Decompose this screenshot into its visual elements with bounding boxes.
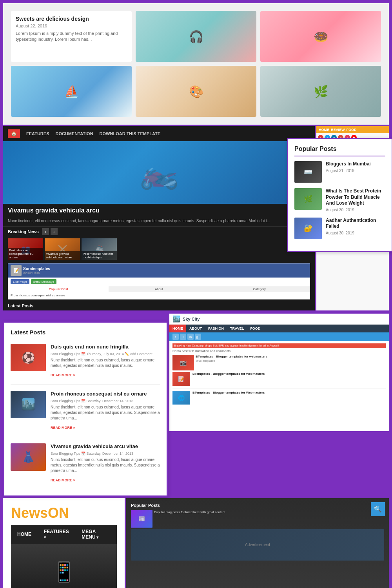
sora-like-button[interactable]: Like Page	[11, 279, 29, 284]
breaking-thumb-1-label: Proin rhoncus consequat nisl eu ornare	[8, 248, 43, 260]
card-sweets-date: August 22, 2016	[16, 24, 127, 28]
sora-tabs: Popular Post About Category	[8, 286, 310, 292]
sora-logo: Soratemplates	[23, 267, 50, 271]
card-gray[interactable]: 🌿	[260, 66, 381, 117]
latest-post-2-meta: Sora Blogging Tips 📅 Saturday, December …	[51, 399, 160, 403]
breaking-news-label: Breaking News	[8, 229, 39, 234]
card-headphones[interactable]: 🎧	[136, 11, 256, 62]
latest-posts-panel: Latest Posts ⚽ Duis quis erat non nunc f…	[3, 321, 168, 497]
newson-nav: HOME FEATURES MEGA MENU	[11, 525, 117, 544]
popular-post-3-thumb: 🔐	[294, 218, 322, 239]
latest-post-1-meta: Sora Blogging Tips 📅 Thursday, July 03, …	[51, 352, 160, 356]
blog-nav-documentation[interactable]: DOCUMENTATION	[55, 131, 93, 136]
breaking-nav: ‹ ›	[42, 228, 58, 235]
breaking-thumb-3-label: Pellentesque habitant morbi tristique	[82, 251, 117, 260]
sky-city-logo-text: Sky City	[183, 317, 200, 321]
newson-popular-label: Popular Posts	[131, 503, 384, 508]
sora-message-button[interactable]: Send Message	[31, 279, 56, 284]
latest-post-1[interactable]: ⚽ Duis quis erat non nunc fringilla Sora…	[11, 344, 160, 385]
breaking-thumb-3[interactable]: 🚢 Pellentesque habitant morbi tristique	[82, 238, 117, 260]
sky-city-nav-about[interactable]: ABOUT	[186, 325, 205, 332]
newson-nav-megamenu[interactable]: MEGA MENU	[75, 525, 117, 544]
popular-post-2-date: August 30, 2019	[326, 208, 385, 212]
latest-post-3-excerpt: Nunc tincidunt, elit non cursus euismod,…	[51, 457, 160, 474]
latest-posts-header: Latest Posts	[11, 329, 160, 338]
latest-post-2-title: Proin rhoncus consequat nisl eu ornare	[51, 391, 160, 397]
sky-city-linkedin-icon[interactable]: in	[187, 334, 194, 340]
card-boats[interactable]: ⛵	[11, 66, 132, 117]
blog-nav-features[interactable]: FEATURES	[26, 131, 49, 136]
newson-hero: 📱 Latest news and updates	[11, 544, 117, 588]
latest-post-1-excerpt: Nunc tincidunt, elit non cursus euismod,…	[51, 358, 160, 368]
blog-hero-excerpt: Nunc tincidunt, elit non cursus euismod,…	[3, 217, 315, 226]
latest-post-1-title: Duis quis erat non nunc fringilla	[51, 344, 160, 350]
sora-tab-about[interactable]: About	[109, 286, 209, 292]
sky-city-nav-travel[interactable]: TRAVEL	[227, 325, 247, 332]
sky-city-header: 🏙️ Sky City	[169, 314, 389, 325]
blog-preview: 🏠 FEATURES DOCUMENTATION DOWNLOAD THIS T…	[3, 126, 315, 310]
popular-post-2-title: What Is The Best Protein Powder To Build…	[326, 188, 385, 207]
latest-post-3-readmore[interactable]: READ MORE »	[51, 478, 75, 482]
card-headphones-image: 🎧	[136, 11, 256, 62]
popular-post-3-title: Aadhar Authentication Failed	[326, 218, 385, 230]
latest-post-3[interactable]: 👗 Vivamus gravida vehicula arcu vitae So…	[11, 443, 160, 489]
popular-post-2[interactable]: 🌿 What Is The Best Protein Powder To Bui…	[294, 188, 385, 212]
popular-post-3[interactable]: 🔐 Aadhar Authentication Failed August 30…	[294, 218, 385, 239]
sora-tab-category[interactable]: Category	[209, 286, 310, 292]
latest-post-1-readmore[interactable]: READ MORE »	[51, 373, 75, 377]
breaking-thumbnails: 👥 Proin rhoncus consequat nisl eu ornare…	[3, 237, 315, 261]
sora-likes: 50,954 likes	[23, 271, 50, 274]
latest-post-3-title: Vivamus gravida vehicula arcu vitae	[51, 443, 160, 450]
right-nav-food[interactable]: FOOD	[347, 128, 357, 132]
sky-city-nav-fashion[interactable]: FASHION	[205, 325, 227, 332]
newson-hero-image: 📱	[52, 561, 76, 583]
newson-popular-posts: 📰 Popular blog posts featured here with …	[131, 510, 384, 528]
sky-city-post-2[interactable]: 🌐 BTemplates - Blogger templates for Web…	[172, 391, 386, 407]
lower-section: Latest Posts ⚽ Duis quis erat non nunc f…	[3, 314, 389, 497]
newson-section: NewsON HOME FEATURES MEGA MENU 📱 Latest …	[3, 498, 389, 588]
latest-post-3-meta: Sora Blogging Tips 📅 Saturday, December …	[51, 452, 160, 456]
sky-city-nav-home[interactable]: HOME	[169, 325, 186, 332]
sky-city-googleplus-icon[interactable]: g+	[195, 334, 201, 340]
card-sweets-excerpt: Lorem Ipsum is simply dummy text of the …	[16, 31, 127, 43]
sky-city-section: 🏙️ Sky City HOME ABOUT FASHION TRAVEL FO…	[169, 314, 389, 431]
breaking-next-button[interactable]: ›	[51, 228, 58, 235]
card-donuts[interactable]: 🍩	[260, 11, 381, 62]
newson-left: NewsON HOME FEATURES MEGA MENU 📱 Latest …	[3, 498, 125, 588]
sky-city-nav-food[interactable]: FOOD	[247, 325, 263, 332]
newson-nav-home[interactable]: HOME	[11, 528, 38, 541]
card-confetti[interactable]: 🎨	[136, 66, 256, 117]
breaking-news-bar: Breaking News ‹ ›	[3, 226, 315, 237]
breaking-prev-button[interactable]: ‹	[42, 228, 49, 235]
newson-right-content: Popular Posts 📰 Popular blog posts featu…	[126, 498, 389, 567]
popular-posts-overlay: Popular Posts ⌨️ Bloggers In Mumbai Augu…	[287, 138, 392, 252]
popular-post-3-date: August 30, 2019	[326, 231, 385, 235]
newson-search-button[interactable]: 🔍	[371, 502, 385, 516]
latest-posts-label-small: Latest Posts	[3, 301, 315, 310]
card-confetti-image: 🎨	[136, 66, 256, 117]
latest-post-2[interactable]: 🏙️ Proin rhoncus consequat nisl eu ornar…	[11, 391, 160, 437]
popular-post-1-title: Bloggers In Mumbai	[326, 161, 385, 167]
breaking-thumb-1[interactable]: 👥 Proin rhoncus consequat nisl eu ornare	[8, 238, 43, 260]
breaking-thumb-2[interactable]: ⚔️ Vivamus gravida vehicula arcu vitae	[45, 238, 80, 260]
blog-hero-image: 🏍️	[3, 141, 315, 204]
sky-city-content: Breaking New Campaign drops Edit-EFF, an…	[169, 341, 389, 412]
sky-city-post-1[interactable]: 📝 BTemplates - Blogger templates for Web…	[172, 372, 386, 388]
blog-nav-download[interactable]: DOWNLOAD THIS TEMPLATE	[100, 131, 161, 136]
newson-logo: NewsON	[11, 506, 117, 520]
newson-nav-features[interactable]: FEATURES	[38, 525, 75, 544]
blog-nav-home[interactable]: 🏠	[8, 129, 20, 138]
sora-buttons: Like Page Send Message	[8, 278, 310, 286]
right-nav-review[interactable]: REVIEW	[331, 128, 345, 132]
right-preview-nav: HOME REVIEW FOOD	[316, 126, 389, 133]
sky-city-twitter-icon[interactable]: t	[180, 334, 186, 340]
sora-tab-popular[interactable]: Popular Post	[8, 286, 109, 292]
popular-post-1[interactable]: ⌨️ Bloggers In Mumbai August 31, 2019	[294, 161, 385, 183]
sky-city-social: f t in g+	[169, 332, 389, 341]
latest-post-2-readmore[interactable]: READ MORE »	[51, 426, 75, 430]
card-sweets[interactable]: Sweets are delicious design August 22, 2…	[11, 11, 132, 62]
right-nav-home[interactable]: HOME	[319, 128, 329, 132]
top-card-grid: Sweets are delicious design August 22, 2…	[3, 3, 389, 125]
sky-city-facebook-icon[interactable]: f	[172, 334, 179, 340]
middle-section: 🏠 FEATURES DOCUMENTATION DOWNLOAD THIS T…	[3, 126, 389, 310]
